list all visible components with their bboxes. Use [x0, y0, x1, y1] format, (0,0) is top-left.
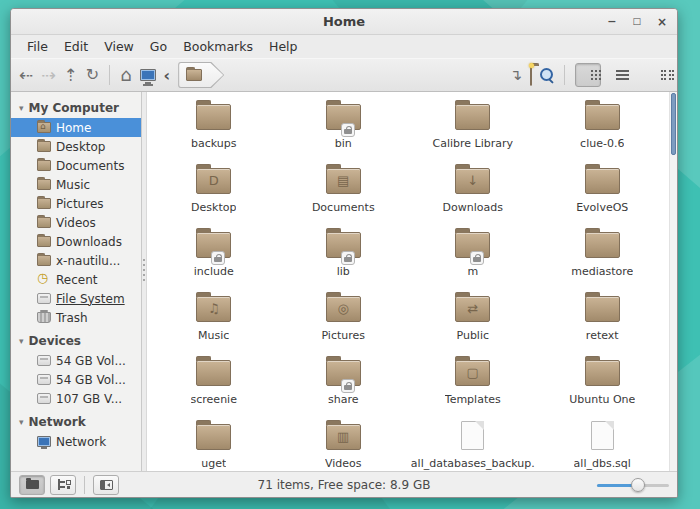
- file-item[interactable]: Pictures: [279, 288, 409, 352]
- sidebar-item-label: 107 GB V...: [56, 392, 122, 406]
- file-item-label: include: [194, 265, 234, 278]
- home-button[interactable]: ⌂: [120, 66, 131, 84]
- downloads-emblem-icon: [455, 162, 490, 198]
- sidebar-item[interactable]: Recent: [11, 270, 141, 289]
- file-item[interactable]: all_dbs.sql: [538, 416, 668, 471]
- sidebar-item[interactable]: 54 GB Vol...: [11, 370, 141, 389]
- sidebar-item[interactable]: Pictures: [11, 194, 141, 213]
- emblem-icon: [455, 98, 490, 134]
- toolbar: ⇠ ⇢ ⇡ ↻ ⌂ ‹ ↴: [11, 58, 677, 92]
- sidebar-item[interactable]: Music: [11, 175, 141, 194]
- menu-item[interactable]: Bookmarks: [175, 37, 261, 56]
- sidebar-item[interactable]: Network: [11, 432, 141, 451]
- vertical-scrollbar[interactable]: [669, 92, 677, 471]
- list-view-button[interactable]: [609, 63, 635, 87]
- file-item[interactable]: Calibre Library: [408, 96, 538, 160]
- file-item[interactable]: bin: [279, 96, 409, 160]
- file-item[interactable]: include: [149, 224, 279, 288]
- file-item[interactable]: m: [408, 224, 538, 288]
- file-item[interactable]: Videos: [279, 416, 409, 471]
- refresh-button[interactable]: ↻: [86, 67, 99, 83]
- file-item[interactable]: Music: [149, 288, 279, 352]
- expander-triangle-icon[interactable]: ▾: [19, 336, 24, 346]
- computer-icon[interactable]: [140, 69, 156, 81]
- back-button[interactable]: ⇠: [19, 67, 33, 84]
- search-icon[interactable]: [540, 68, 554, 82]
- toggle-sidebar-button[interactable]: [93, 475, 119, 495]
- file-view[interactable]: backups bin: [147, 92, 677, 471]
- zoom-slider[interactable]: [597, 478, 669, 492]
- maximize-button[interactable]: □: [632, 17, 641, 26]
- sidebar-item[interactable]: Downloads: [11, 232, 141, 251]
- file-item[interactable]: backups: [149, 96, 279, 160]
- file-item[interactable]: all_databases_backup.: [408, 416, 538, 471]
- sidebar-item[interactable]: Videos: [11, 213, 141, 232]
- sidebar-item-icon: [37, 217, 51, 228]
- file-item[interactable]: Templates: [408, 352, 538, 416]
- icon-view-button[interactable]: [575, 63, 601, 87]
- sidebar-item-label: Trash: [56, 311, 88, 325]
- grid-view-icon: [591, 70, 593, 72]
- share-emblem-icon: [455, 290, 490, 326]
- titlebar[interactable]: Home − □ ×: [11, 9, 677, 35]
- breadcrumb-collapse-chevron[interactable]: ‹: [164, 66, 171, 85]
- file-item-label: Videos: [325, 457, 362, 470]
- file-item[interactable]: Public: [408, 288, 538, 352]
- places-pane-button[interactable]: [19, 475, 45, 495]
- file-item[interactable]: Downloads: [408, 160, 538, 224]
- file-item-label: Templates: [445, 393, 501, 406]
- menu-item[interactable]: View: [96, 37, 142, 56]
- close-button[interactable]: ×: [657, 16, 667, 28]
- sidebar-item[interactable]: 54 GB Vol...: [11, 351, 141, 370]
- file-item[interactable]: lib: [279, 224, 409, 288]
- compact-view-button[interactable]: [643, 63, 669, 87]
- menu-item[interactable]: Help: [261, 37, 306, 56]
- sidebar-item[interactable]: Documents: [11, 156, 141, 175]
- sidebar-item-label: 54 GB Vol...: [56, 354, 126, 368]
- sidebar-item[interactable]: Desktop: [11, 137, 141, 156]
- minimize-button[interactable]: −: [607, 16, 616, 27]
- menu-item[interactable]: Go: [142, 37, 175, 56]
- sidebar-item[interactable]: Home: [11, 118, 141, 137]
- file-item[interactable]: uget: [149, 416, 279, 471]
- sidebar-item-label: Network: [56, 435, 106, 449]
- sidebar-header-network[interactable]: ▾ Network: [11, 412, 141, 432]
- sidebar-section-my-computer: ▾ My Computer Home Desktop: [11, 98, 141, 327]
- file-item-label: Documents: [312, 201, 375, 214]
- lock-emblem-icon: [341, 379, 355, 393]
- file-item[interactable]: mediastore: [538, 224, 668, 288]
- section-label: Devices: [29, 334, 81, 348]
- file-item[interactable]: screenie: [149, 352, 279, 416]
- file-item-label: backups: [191, 137, 237, 150]
- menu-item[interactable]: File: [19, 37, 56, 56]
- scrollbar-thumb[interactable]: [671, 93, 676, 155]
- sidebar-item[interactable]: Trash: [11, 308, 141, 327]
- slider-handle[interactable]: [631, 478, 645, 492]
- sidebar-item[interactable]: x-nautilu...: [11, 251, 141, 270]
- sidebar-item[interactable]: File System: [11, 289, 141, 308]
- enter-location-icon[interactable]: ↴: [509, 68, 522, 83]
- file-item[interactable]: Desktop: [149, 160, 279, 224]
- expander-triangle-icon[interactable]: ▾: [19, 417, 24, 427]
- sidebar-item-icon: [37, 312, 51, 323]
- sidebar-item-icon: [37, 198, 51, 209]
- menu-item[interactable]: Edit: [56, 37, 96, 56]
- tree-pane-button[interactable]: [50, 475, 76, 495]
- sidebar-header-devices[interactable]: ▾ Devices: [11, 331, 141, 351]
- breadcrumb-home-button[interactable]: [178, 62, 224, 88]
- file-item-label: Desktop: [191, 201, 236, 214]
- file-item[interactable]: retext: [538, 288, 668, 352]
- file-item[interactable]: clue-0.6: [538, 96, 668, 160]
- sidebar-header-my-computer[interactable]: ▾ My Computer: [11, 98, 141, 118]
- file-item[interactable]: Ubuntu One: [538, 352, 668, 416]
- emblem-icon: [196, 98, 231, 134]
- up-button[interactable]: ⇡: [64, 67, 78, 84]
- sidebar-item[interactable]: 107 GB V...: [11, 389, 141, 408]
- file-item[interactable]: share: [279, 352, 409, 416]
- forward-button[interactable]: ⇢: [41, 67, 55, 84]
- file-item[interactable]: EvolveOS: [538, 160, 668, 224]
- new-folder-button[interactable]: [530, 66, 532, 85]
- file-item[interactable]: Documents: [279, 160, 409, 224]
- music-emblem-icon: [196, 290, 231, 326]
- expander-triangle-icon[interactable]: ▾: [19, 103, 24, 113]
